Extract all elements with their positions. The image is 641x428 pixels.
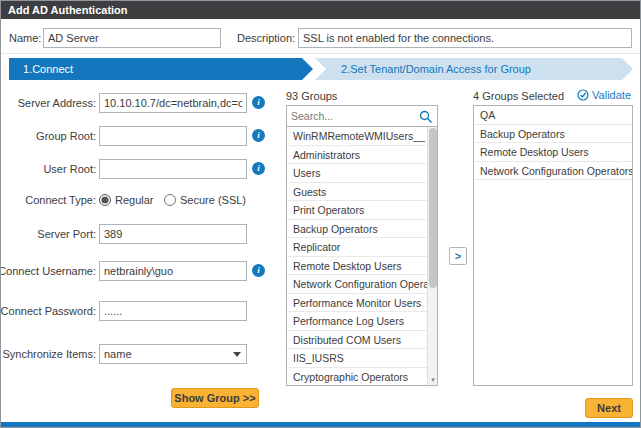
synchronize-items-select[interactable]: name bbox=[99, 344, 247, 364]
description-input[interactable] bbox=[298, 28, 632, 48]
group-root-label: Group Root: bbox=[0, 126, 96, 146]
selected-groups-list: QA Backup Operators Remote Desktop Users… bbox=[473, 105, 633, 386]
synchronize-items-label: Synchronize Items: bbox=[0, 344, 96, 364]
server-address-input[interactable] bbox=[99, 93, 247, 113]
chevron-down-icon bbox=[233, 352, 241, 357]
selected-group-item[interactable]: Network Configuration Operators bbox=[474, 162, 632, 181]
show-group-button[interactable]: Show Group >> bbox=[171, 388, 259, 408]
selected-group-item[interactable]: Remote Desktop Users bbox=[474, 143, 632, 162]
name-label: Name: bbox=[9, 28, 41, 48]
connect-type-regular-option[interactable]: Regular bbox=[99, 193, 154, 207]
connect-type-ssl-option[interactable]: Secure (SSL) bbox=[164, 193, 246, 207]
server-address-label: Server Address: bbox=[0, 93, 96, 113]
selected-group-item[interactable]: Backup Operators bbox=[474, 125, 632, 144]
groups-list: WinRMRemoteWMIUsers__ Administrators Use… bbox=[286, 126, 438, 386]
group-root-input[interactable] bbox=[99, 126, 247, 146]
group-list-item[interactable]: Replicator bbox=[287, 238, 437, 257]
radio-regular[interactable] bbox=[99, 194, 111, 206]
group-list-item[interactable]: Cryptographic Operators bbox=[287, 368, 437, 387]
connect-username-info-icon[interactable]: i bbox=[252, 264, 265, 277]
group-root-info-icon[interactable]: i bbox=[252, 129, 265, 142]
user-root-label: User Root: bbox=[0, 159, 96, 179]
user-root-input[interactable] bbox=[99, 159, 247, 179]
description-label: Description: bbox=[237, 28, 295, 48]
step-tab-tenant-domain-access[interactable]: 2.Set Tenant/Domain Access for Group bbox=[315, 58, 633, 80]
transfer-add-button[interactable]: > bbox=[449, 247, 467, 265]
step-tab-connect[interactable]: 1.Connect bbox=[9, 58, 313, 80]
title-bar: Add AD Authentication bbox=[1, 1, 640, 19]
group-list-item[interactable]: IIS_IUSRS bbox=[287, 349, 437, 368]
group-search-box[interactable] bbox=[286, 105, 438, 127]
user-root-info-icon[interactable]: i bbox=[252, 162, 265, 175]
connect-password-label: Connect Password: bbox=[0, 301, 96, 321]
connect-username-label: Connect Username: bbox=[0, 261, 96, 281]
group-list-item[interactable]: Administrators bbox=[287, 146, 437, 165]
group-list-item[interactable]: Performance Log Users bbox=[287, 312, 437, 331]
selected-group-item[interactable]: QA bbox=[474, 106, 632, 125]
scrollbar-thumb[interactable] bbox=[429, 128, 437, 288]
group-list-item[interactable]: Remote Desktop Users bbox=[287, 257, 437, 276]
synchronize-items-value: name bbox=[104, 348, 132, 360]
check-circle-icon bbox=[577, 89, 589, 101]
server-port-label: Server Port: bbox=[0, 224, 96, 244]
group-list-item[interactable]: WinRMRemoteWMIUsers__ bbox=[287, 127, 437, 146]
groups-list-items: WinRMRemoteWMIUsers__ Administrators Use… bbox=[287, 127, 437, 386]
group-list-item[interactable]: Users bbox=[287, 164, 437, 183]
name-input[interactable] bbox=[43, 28, 221, 48]
selected-groups-items: QA Backup Operators Remote Desktop Users… bbox=[474, 106, 632, 180]
group-list-item[interactable]: Network Configuration Operators bbox=[287, 275, 437, 294]
add-ad-authentication-dialog: Add AD Authentication Name: Description:… bbox=[0, 0, 641, 428]
group-list-item[interactable]: Backup Operators bbox=[287, 220, 437, 239]
validate-link[interactable]: Validate bbox=[577, 89, 631, 101]
groups-count-label: 93 Groups bbox=[286, 89, 337, 103]
connect-username-input[interactable] bbox=[99, 261, 247, 281]
header-divider bbox=[1, 53, 640, 54]
group-list-item[interactable]: Guests bbox=[287, 183, 437, 202]
group-search-input[interactable] bbox=[287, 106, 415, 126]
server-address-info-icon[interactable]: i bbox=[252, 96, 265, 109]
connect-password-input[interactable] bbox=[99, 301, 247, 321]
connect-type-label: Connect Type: bbox=[0, 190, 96, 210]
groups-scrollbar[interactable]: ▾ bbox=[427, 127, 437, 385]
selected-count-label: 4 Groups Selected bbox=[473, 89, 564, 103]
radio-secure-ssl-label: Secure (SSL) bbox=[180, 194, 246, 206]
group-list-item[interactable]: Print Operators bbox=[287, 201, 437, 220]
step-tenant-label: 2.Set Tenant/Domain Access for Group bbox=[341, 63, 531, 75]
radio-regular-label: Regular bbox=[115, 194, 154, 206]
group-list-item[interactable]: Performance Monitor Users bbox=[287, 294, 437, 313]
group-list-item[interactable]: Distributed COM Users bbox=[287, 331, 437, 350]
bottom-accent-bar bbox=[1, 422, 640, 427]
search-icon[interactable] bbox=[419, 110, 433, 124]
scroll-down-icon[interactable]: ▾ bbox=[428, 374, 438, 385]
step-connect-label: 1.Connect bbox=[23, 63, 73, 75]
validate-label: Validate bbox=[592, 89, 631, 101]
radio-secure-ssl[interactable] bbox=[164, 194, 176, 206]
dialog-title: Add AD Authentication bbox=[8, 4, 128, 16]
server-port-input[interactable] bbox=[99, 224, 247, 244]
next-button[interactable]: Next bbox=[585, 398, 633, 418]
